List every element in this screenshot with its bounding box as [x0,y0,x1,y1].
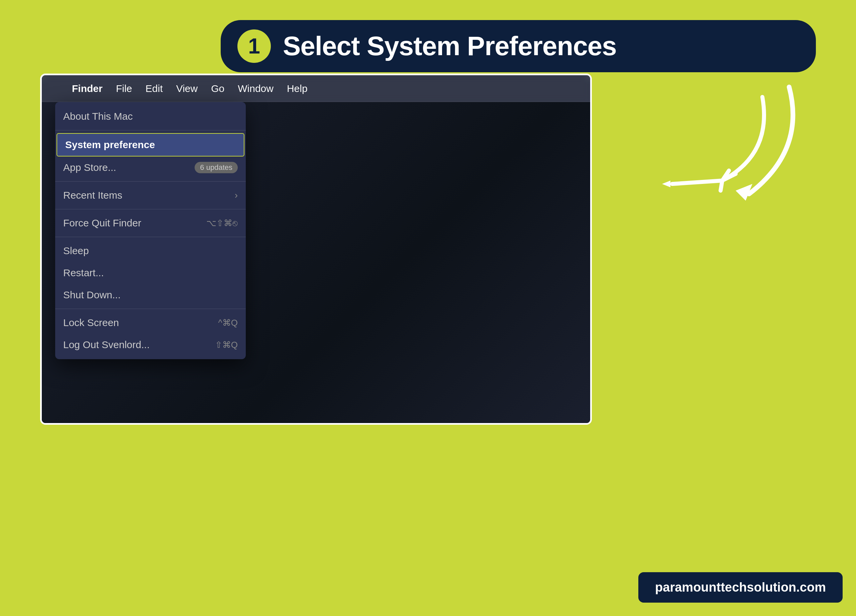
header-badge: 1 Select System Preferences [221,20,816,72]
menu-app-store[interactable]: App Store... 6 updates [55,157,246,179]
menu-item-go[interactable]: Go [211,83,224,94]
menu-force-quit[interactable]: Force Quit Finder ⌥⇧⌘⎋ [55,212,246,234]
desktop-area: About This Mac System preference App Sto… [42,102,590,423]
menu-restart[interactable]: Restart... [55,262,246,284]
menu-divider-4 [55,237,246,237]
menu-divider-2 [55,181,246,182]
menu-item-view[interactable]: View [176,83,198,94]
header-title: Select System Preferences [283,31,617,62]
menu-recent-items[interactable]: Recent Items › [55,184,246,206]
menu-bar: Finder File Edit View Go Window Help [42,75,590,102]
menu-log-out[interactable]: Log Out Svenlord... ⇧⌘Q [55,334,246,356]
menu-divider-3 [55,209,246,209]
menu-divider-5 [55,309,246,309]
log-out-shortcut: ⇧⌘Q [215,340,238,350]
lock-screen-shortcut: ^⌘Q [219,318,238,328]
menu-item-file[interactable]: File [116,83,132,94]
menu-item-window[interactable]: Window [238,83,274,94]
footer-watermark: paramounttechsolution.com [638,572,843,603]
menu-shut-down[interactable]: Shut Down... [55,284,246,306]
menu-item-finder[interactable]: Finder [72,83,103,94]
arrow-graphic [655,67,822,234]
chevron-right-icon: › [235,190,238,201]
website-text: paramounttechsolution.com [655,580,826,594]
force-quit-shortcut: ⌥⇧⌘⎋ [206,218,238,228]
menu-sleep[interactable]: Sleep [55,240,246,262]
updates-badge: 6 updates [195,162,238,173]
menu-divider-1 [55,130,246,131]
dropdown-menu: About This Mac System preference App Sto… [55,102,246,359]
menu-lock-screen[interactable]: Lock Screen ^⌘Q [55,312,246,334]
menu-system-preference[interactable]: System preference [57,133,245,157]
mac-window: Finder File Edit View Go Window Help Abo… [40,74,592,425]
menu-item-help[interactable]: Help [287,83,308,94]
menu-item-edit[interactable]: Edit [145,83,163,94]
step-number: 1 [237,29,271,63]
menu-about-this-mac[interactable]: About This Mac [55,105,246,128]
